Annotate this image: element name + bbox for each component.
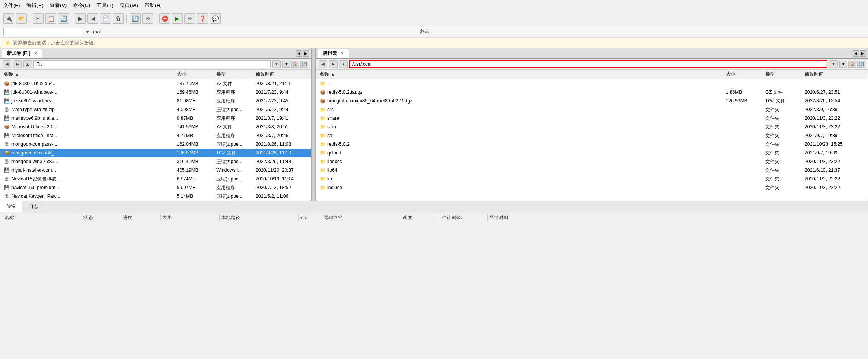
right-refresh-btn[interactable]: 🔄 bbox=[857, 61, 865, 68]
table-row[interactable]: 📁.. bbox=[316, 79, 868, 88]
left-address-input[interactable] bbox=[33, 60, 271, 68]
host-input[interactable] bbox=[3, 28, 82, 36]
table-row[interactable]: 💾mathtype6.9b_trial.e... 9.87MB 应用程序 202… bbox=[0, 114, 311, 123]
settings-btn[interactable]: ⚙ bbox=[142, 13, 153, 24]
table-row[interactable]: 📁lib 文件夹 2020/11/3, 23:22 bbox=[316, 175, 868, 183]
left-tab-close[interactable]: ✕ bbox=[34, 51, 37, 56]
table-row[interactable]: 📦MicrosoftOffice-v20... 741.56MB 7Z 文件 2… bbox=[0, 123, 311, 131]
left-home-btn[interactable]: 🏠 bbox=[291, 61, 299, 68]
gear2-btn[interactable]: ⚙ bbox=[184, 13, 195, 24]
file-date: 2021/5/2, 11:06 bbox=[254, 193, 309, 199]
file-date: 2020/11/3, 23:22 bbox=[803, 185, 866, 190]
table-row[interactable]: 📁libexec 文件夹 2020/11/3, 23:22 bbox=[316, 157, 868, 166]
table-row[interactable]: 🗜mongodb-win32-x86... 316.41MB 压缩(zippe.… bbox=[0, 157, 311, 166]
left-file-list[interactable]: 📦jdk-8u301-linux-x64.... 137.70MB 7Z 文件 … bbox=[0, 79, 311, 201]
table-row[interactable]: 💾MicrosoftOffice_Inst... 4.71MB 应用程序 202… bbox=[0, 131, 311, 140]
table-row[interactable]: 📁share 文件夹 2020/11/3, 23:22 bbox=[316, 114, 868, 123]
table-row[interactable]: 📁lib64 文件夹 2021/6/10, 21:37 bbox=[316, 166, 868, 175]
left-up-btn[interactable]: ▲ bbox=[23, 60, 32, 68]
refresh-btn[interactable]: 🔄 bbox=[58, 13, 69, 24]
right-home-btn[interactable]: 🏠 bbox=[848, 61, 856, 68]
left-tab-label: 新加卷 (F:) bbox=[7, 50, 30, 56]
menu-item[interactable]: 命令(C) bbox=[73, 2, 90, 9]
left-tab-arrow-right[interactable]: ▶ bbox=[303, 50, 309, 57]
table-row[interactable]: 📦mongodb-linux-x86_64-rhel80-4.2.15.tgz … bbox=[316, 97, 868, 105]
right-tab-close[interactable]: ✕ bbox=[341, 51, 344, 56]
table-row[interactable]: 💾jdk-8u301-windows-... 169.46MB 应用程序 202… bbox=[0, 88, 311, 97]
menu-item[interactable]: 查看(V) bbox=[50, 2, 67, 9]
left-refresh-btn[interactable]: 🔄 bbox=[300, 61, 308, 68]
left-forward-btn[interactable]: ▶ bbox=[13, 60, 22, 68]
menu-item[interactable]: 窗口(W) bbox=[120, 2, 138, 9]
table-row[interactable]: 📁sbin 文件夹 2020/11/3, 23:22 bbox=[316, 123, 868, 131]
right-back-btn[interactable]: ◀ bbox=[319, 60, 327, 68]
right-address-input[interactable] bbox=[349, 60, 827, 68]
right-header-name[interactable]: 名称 ▲ bbox=[318, 71, 724, 78]
delete-btn[interactable]: 🗑 bbox=[113, 13, 124, 24]
menu-item[interactable]: 帮助(H) bbox=[145, 2, 162, 9]
left-header-name[interactable]: 名称 ▲ bbox=[2, 71, 175, 78]
file-date: 2021/8/26, 11:08 bbox=[254, 141, 309, 147]
right-tab-arrows: ◀ ▶ bbox=[853, 50, 866, 57]
new-connection-btn[interactable]: 🔌 bbox=[3, 13, 14, 24]
menu-item[interactable]: 编辑(E) bbox=[26, 2, 43, 9]
file-date: 2021/3/7, 20:46 bbox=[254, 133, 309, 138]
left-dropdown-btn[interactable]: ▼ bbox=[272, 60, 281, 68]
right-tab-arrow-left[interactable]: ◀ bbox=[853, 50, 859, 57]
table-row[interactable]: 📁redis-5.0.2 文件夹 2021/10/23, 15:25 bbox=[316, 140, 868, 149]
file-name: 📁sbin bbox=[318, 124, 724, 130]
file-type: 文件夹 bbox=[764, 150, 803, 156]
right-tab-arrow-right[interactable]: ▶ bbox=[860, 50, 866, 57]
stop-btn[interactable]: ⛔ bbox=[159, 13, 170, 24]
arrow-dropdown-icon[interactable]: ▼ bbox=[85, 29, 90, 35]
right-header-date[interactable]: 修改时间 bbox=[803, 71, 866, 78]
right-panel-tab[interactable]: 腾讯云 ✕ bbox=[318, 49, 349, 58]
table-row[interactable]: 🗜Navicat15安装包和破... 68.74MB 压缩(zippe... 2… bbox=[0, 175, 311, 183]
right-bookmark-btn[interactable]: ★ bbox=[839, 61, 847, 68]
new-file-btn[interactable]: 📄 bbox=[100, 13, 111, 24]
transfer-tab[interactable]: 传输 bbox=[0, 201, 22, 212]
left-bookmark-btn[interactable]: ★ bbox=[282, 61, 290, 68]
table-row[interactable]: 🗜MathType-win-zh.zip 40.98MB 压缩(zippe...… bbox=[0, 105, 311, 114]
table-row[interactable]: 📁include 文件夹 2020/11/3, 23:22 bbox=[316, 183, 868, 192]
help-btn[interactable]: ❓ bbox=[197, 13, 208, 24]
table-row[interactable]: 📁qcloud 文件夹 2021/9/7, 19:39 bbox=[316, 149, 868, 157]
status-cell: 速度 bbox=[401, 214, 440, 221]
notification-bar: 要添加当前会话，点击左侧的箭头按钮。 bbox=[0, 38, 868, 48]
status-bar: 名称状态进度大小本地路径<->远程路径速度估计剩余...经过时间 bbox=[0, 212, 868, 223]
right-file-list[interactable]: 📁.. 📦redis-5.0.2.tar.gz 1.86MB GZ 文件 202… bbox=[316, 79, 868, 201]
table-row[interactable]: 🗜mongodb-compass-... 162.04MB 压缩(zippe..… bbox=[0, 140, 311, 149]
table-row[interactable]: 💾jre-8u301-windows-... 81.08MB 应用程序 2021… bbox=[0, 97, 311, 105]
pause-btn[interactable]: ▶ bbox=[172, 13, 183, 24]
right-up-btn[interactable]: ▲ bbox=[339, 60, 348, 68]
right-dropdown-btn[interactable]: ▼ bbox=[829, 60, 838, 68]
left-tab-arrow-left[interactable]: ◀ bbox=[296, 50, 302, 57]
table-row[interactable]: 📦redis-5.0.2.tar.gz 1.86MB GZ 文件 2020/6/… bbox=[316, 88, 868, 97]
table-row[interactable]: 📁sa 文件夹 2021/9/7, 19:39 bbox=[316, 131, 868, 140]
table-row[interactable]: 🗜Navicat Keygen_Patc... 5.14MB 压缩(zippe.… bbox=[0, 192, 311, 201]
left-back-btn[interactable]: ◀ bbox=[3, 60, 11, 68]
left-header-date[interactable]: 修改时间 bbox=[254, 71, 309, 78]
download-btn[interactable]: ◀ bbox=[87, 13, 98, 24]
table-row[interactable]: 💾navicat150_premium... 59.07MB 应用程序 2020… bbox=[0, 183, 311, 192]
file-date: 2021/5/13, 9:44 bbox=[254, 107, 309, 112]
left-header-size[interactable]: 大小 bbox=[175, 71, 215, 78]
sync-btn[interactable]: 🔃 bbox=[130, 13, 141, 24]
right-forward-btn[interactable]: ▶ bbox=[329, 60, 338, 68]
menu-item[interactable]: 文件(F) bbox=[3, 2, 20, 9]
copy-btn[interactable]: 📋 bbox=[45, 13, 56, 24]
left-panel-tab[interactable]: 新加卷 (F:) ✕ bbox=[2, 49, 42, 58]
open-folder-btn[interactable]: 📂 bbox=[16, 13, 27, 24]
table-row[interactable]: 📦jdk-8u301-linux-x64.... 137.70MB 7Z 文件 … bbox=[0, 79, 311, 88]
log-tab[interactable]: 日志 bbox=[22, 201, 45, 212]
chat-btn[interactable]: 💬 bbox=[210, 13, 221, 24]
right-header-size[interactable]: 大小 bbox=[724, 71, 764, 78]
left-header-type[interactable]: 类型 bbox=[215, 71, 254, 78]
upload-btn[interactable]: ▶ bbox=[75, 13, 86, 24]
right-header-type[interactable]: 类型 bbox=[764, 71, 803, 78]
table-row[interactable]: 📦mongodb-linux-x86_... 126.99MB TGZ 文件 2… bbox=[0, 149, 311, 157]
table-row[interactable]: 💾mysql-installer-com... 405.19MB Windows… bbox=[0, 166, 311, 175]
cut-btn[interactable]: ✂ bbox=[33, 13, 44, 24]
table-row[interactable]: 📁src 文件夹 2022/3/9, 16:39 bbox=[316, 105, 868, 114]
menu-item[interactable]: 工具(T) bbox=[96, 2, 113, 9]
